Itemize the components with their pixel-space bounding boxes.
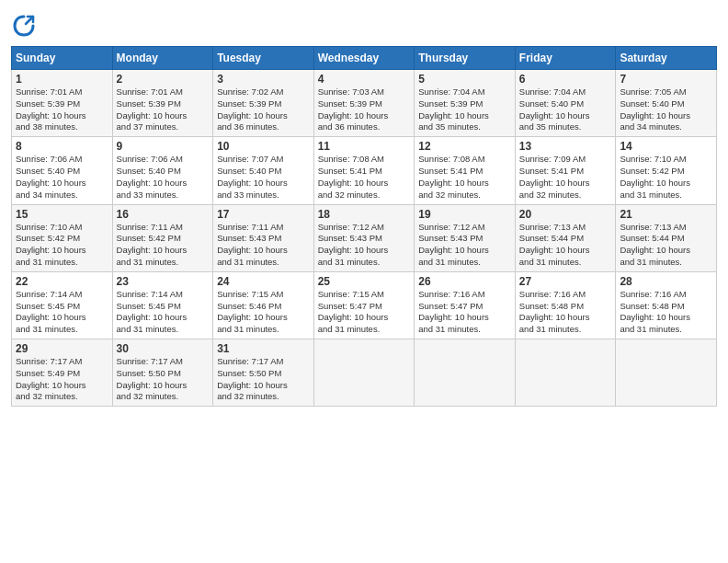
day-number: 5	[418, 73, 511, 86]
day-info: Sunrise: 7:17 AM Sunset: 5:49 PM Dayligh…	[16, 356, 108, 403]
calendar-cell	[313, 339, 415, 407]
day-info: Sunrise: 7:06 AM Sunset: 5:40 PM Dayligh…	[117, 154, 210, 201]
calendar-cell: 9Sunrise: 7:06 AM Sunset: 5:40 PM Daylig…	[112, 137, 213, 204]
day-number: 18	[318, 208, 411, 221]
calendar-cell: 29Sunrise: 7:17 AM Sunset: 5:49 PM Dayli…	[12, 339, 113, 407]
calendar-cell: 21Sunrise: 7:13 AM Sunset: 5:44 PM Dayli…	[616, 204, 717, 271]
week-row-3: 15Sunrise: 7:10 AM Sunset: 5:42 PM Dayli…	[12, 204, 717, 271]
day-number: 29	[16, 342, 108, 355]
day-info: Sunrise: 7:05 AM Sunset: 5:40 PM Dayligh…	[620, 86, 712, 133]
day-info: Sunrise: 7:01 AM Sunset: 5:39 PM Dayligh…	[117, 86, 210, 133]
day-number: 3	[217, 73, 310, 86]
day-number: 25	[318, 275, 411, 288]
calendar-cell: 31Sunrise: 7:17 AM Sunset: 5:50 PM Dayli…	[213, 339, 314, 407]
day-number: 13	[519, 140, 612, 153]
week-row-1: 1Sunrise: 7:01 AM Sunset: 5:39 PM Daylig…	[12, 70, 717, 137]
calendar-cell: 10Sunrise: 7:07 AM Sunset: 5:40 PM Dayli…	[213, 137, 314, 204]
calendar-cell: 30Sunrise: 7:17 AM Sunset: 5:50 PM Dayli…	[112, 339, 213, 407]
day-info: Sunrise: 7:15 AM Sunset: 5:47 PM Dayligh…	[318, 289, 411, 336]
page-container: SundayMondayTuesdayWednesdayThursdayFrid…	[0, 0, 728, 414]
column-header-thursday: Thursday	[415, 47, 516, 70]
day-info: Sunrise: 7:06 AM Sunset: 5:40 PM Dayligh…	[16, 154, 108, 201]
day-info: Sunrise: 7:13 AM Sunset: 5:44 PM Dayligh…	[620, 222, 712, 269]
day-info: Sunrise: 7:11 AM Sunset: 5:42 PM Dayligh…	[117, 222, 210, 269]
day-info: Sunrise: 7:01 AM Sunset: 5:39 PM Dayligh…	[16, 86, 108, 133]
day-number: 30	[117, 342, 210, 355]
day-number: 16	[117, 208, 210, 221]
calendar-cell: 17Sunrise: 7:11 AM Sunset: 5:43 PM Dayli…	[213, 204, 314, 271]
calendar-cell: 25Sunrise: 7:15 AM Sunset: 5:47 PM Dayli…	[313, 271, 415, 339]
calendar-cell: 5Sunrise: 7:04 AM Sunset: 5:39 PM Daylig…	[415, 70, 516, 137]
day-number: 7	[620, 73, 712, 86]
day-number: 23	[117, 275, 210, 288]
day-info: Sunrise: 7:12 AM Sunset: 5:43 PM Dayligh…	[318, 222, 411, 269]
day-number: 20	[519, 208, 612, 221]
day-info: Sunrise: 7:10 AM Sunset: 5:42 PM Dayligh…	[16, 222, 108, 269]
calendar-cell	[616, 339, 717, 407]
day-number: 9	[117, 140, 210, 153]
day-number: 8	[16, 140, 108, 153]
calendar-cell: 28Sunrise: 7:16 AM Sunset: 5:48 PM Dayli…	[616, 271, 717, 339]
day-info: Sunrise: 7:04 AM Sunset: 5:39 PM Dayligh…	[418, 86, 511, 133]
calendar-cell: 27Sunrise: 7:16 AM Sunset: 5:48 PM Dayli…	[515, 271, 616, 339]
column-header-friday: Friday	[515, 47, 616, 70]
calendar-cell: 11Sunrise: 7:08 AM Sunset: 5:41 PM Dayli…	[313, 137, 415, 204]
week-row-5: 29Sunrise: 7:17 AM Sunset: 5:49 PM Dayli…	[12, 339, 717, 407]
day-info: Sunrise: 7:08 AM Sunset: 5:41 PM Dayligh…	[418, 154, 511, 201]
week-row-2: 8Sunrise: 7:06 AM Sunset: 5:40 PM Daylig…	[12, 137, 717, 204]
calendar-cell: 24Sunrise: 7:15 AM Sunset: 5:46 PM Dayli…	[213, 271, 314, 339]
calendar-cell: 6Sunrise: 7:04 AM Sunset: 5:40 PM Daylig…	[515, 70, 616, 137]
day-number: 24	[217, 275, 310, 288]
calendar-cell: 7Sunrise: 7:05 AM Sunset: 5:40 PM Daylig…	[616, 70, 717, 137]
day-number: 21	[620, 208, 712, 221]
day-number: 14	[620, 140, 712, 153]
calendar-table: SundayMondayTuesdayWednesdayThursdayFrid…	[11, 46, 717, 407]
day-number: 26	[418, 275, 511, 288]
calendar-cell: 19Sunrise: 7:12 AM Sunset: 5:43 PM Dayli…	[415, 204, 516, 271]
header-row	[11, 9, 717, 39]
calendar-cell: 3Sunrise: 7:02 AM Sunset: 5:39 PM Daylig…	[213, 70, 314, 137]
calendar-cell: 4Sunrise: 7:03 AM Sunset: 5:39 PM Daylig…	[313, 70, 415, 137]
column-header-sunday: Sunday	[12, 47, 113, 70]
day-info: Sunrise: 7:07 AM Sunset: 5:40 PM Dayligh…	[217, 154, 310, 201]
day-info: Sunrise: 7:10 AM Sunset: 5:42 PM Dayligh…	[620, 154, 712, 201]
calendar-cell	[415, 339, 516, 407]
column-header-monday: Monday	[112, 47, 213, 70]
day-number: 22	[16, 275, 108, 288]
calendar-cell	[515, 339, 616, 407]
day-number: 10	[217, 140, 310, 153]
calendar-cell: 18Sunrise: 7:12 AM Sunset: 5:43 PM Dayli…	[313, 204, 415, 271]
day-number: 28	[620, 275, 712, 288]
day-info: Sunrise: 7:04 AM Sunset: 5:40 PM Dayligh…	[519, 86, 612, 133]
calendar-body: 1Sunrise: 7:01 AM Sunset: 5:39 PM Daylig…	[12, 70, 717, 407]
week-row-4: 22Sunrise: 7:14 AM Sunset: 5:45 PM Dayli…	[12, 271, 717, 339]
calendar-header: SundayMondayTuesdayWednesdayThursdayFrid…	[12, 47, 717, 70]
day-number: 12	[418, 140, 511, 153]
column-header-tuesday: Tuesday	[213, 47, 314, 70]
calendar-cell: 23Sunrise: 7:14 AM Sunset: 5:45 PM Dayli…	[112, 271, 213, 339]
day-info: Sunrise: 7:14 AM Sunset: 5:45 PM Dayligh…	[117, 289, 210, 336]
column-header-saturday: Saturday	[616, 47, 717, 70]
day-number: 31	[217, 342, 310, 355]
day-info: Sunrise: 7:15 AM Sunset: 5:46 PM Dayligh…	[217, 289, 310, 336]
header-row-days: SundayMondayTuesdayWednesdayThursdayFrid…	[12, 47, 717, 70]
day-info: Sunrise: 7:14 AM Sunset: 5:45 PM Dayligh…	[16, 289, 108, 336]
calendar-cell: 22Sunrise: 7:14 AM Sunset: 5:45 PM Dayli…	[12, 271, 113, 339]
day-info: Sunrise: 7:02 AM Sunset: 5:39 PM Dayligh…	[217, 86, 310, 133]
day-number: 17	[217, 208, 310, 221]
calendar-cell: 8Sunrise: 7:06 AM Sunset: 5:40 PM Daylig…	[12, 137, 113, 204]
calendar-cell: 13Sunrise: 7:09 AM Sunset: 5:41 PM Dayli…	[515, 137, 616, 204]
day-number: 27	[519, 275, 612, 288]
calendar-cell: 16Sunrise: 7:11 AM Sunset: 5:42 PM Dayli…	[112, 204, 213, 271]
calendar-cell: 20Sunrise: 7:13 AM Sunset: 5:44 PM Dayli…	[515, 204, 616, 271]
day-number: 11	[318, 140, 411, 153]
day-info: Sunrise: 7:03 AM Sunset: 5:39 PM Dayligh…	[318, 86, 411, 133]
logo-icon	[11, 13, 37, 39]
logo	[11, 13, 40, 39]
calendar-cell: 12Sunrise: 7:08 AM Sunset: 5:41 PM Dayli…	[415, 137, 516, 204]
day-number: 2	[117, 73, 210, 86]
day-info: Sunrise: 7:17 AM Sunset: 5:50 PM Dayligh…	[217, 356, 310, 403]
day-info: Sunrise: 7:13 AM Sunset: 5:44 PM Dayligh…	[519, 222, 612, 269]
day-number: 19	[418, 208, 511, 221]
day-info: Sunrise: 7:08 AM Sunset: 5:41 PM Dayligh…	[318, 154, 411, 201]
